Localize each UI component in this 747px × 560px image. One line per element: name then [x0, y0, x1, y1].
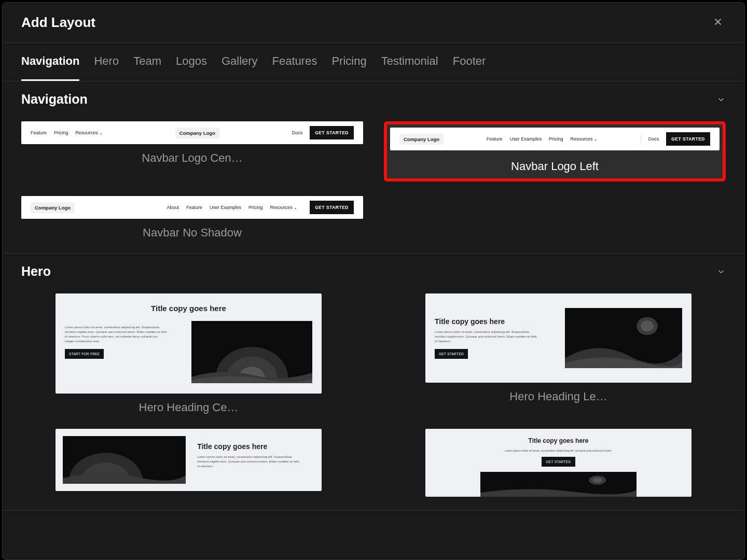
thumb-link: Pricing: [248, 205, 263, 210]
tab-testimonial[interactable]: Testimonial: [381, 43, 438, 81]
thumb-hero-title: Title copy goes here: [151, 304, 226, 313]
thumb-logo: Company Logo: [175, 128, 219, 138]
hero-grid: Title copy goes here Lorem ipsum dolor s…: [21, 293, 726, 497]
thumb-hero-lorem: Lorem ipsum dolor sit amet, consectetur …: [197, 455, 301, 469]
thumb-link: User Examples: [510, 136, 542, 142]
thumb-navbar-logo-left: Company Logo Feature User Examples Prici…: [390, 128, 720, 150]
section-hero-header[interactable]: Hero: [21, 264, 726, 279]
thumb-navbar-logo-center: Feature Pricing Resources ⌄ Company Logo…: [21, 121, 363, 144]
layout-card-navbar-no-shadow[interactable]: Company Logo About Feature User Examples…: [21, 196, 363, 240]
thumb-link: Resources ⌄: [270, 205, 298, 210]
tab-team[interactable]: Team: [133, 43, 161, 81]
tab-pricing[interactable]: Pricing: [331, 43, 366, 81]
image-placeholder-icon: [63, 436, 186, 484]
tab-footer[interactable]: Footer: [453, 43, 486, 81]
modal-header: Add Layout: [3, 3, 744, 43]
thumb-logo: Company Logo: [31, 202, 75, 213]
thumb-hero-left: Title copy goes here Lorem ipsum dolor s…: [425, 293, 691, 383]
thumb-link: Feature: [31, 130, 47, 135]
layout-card-navbar-logo-left[interactable]: Company Logo Feature User Examples Prici…: [384, 121, 726, 181]
section-hero: Hero Title copy goes here Lorem ipsum do…: [3, 254, 744, 511]
thumb-hero-cta: GET STARTED: [435, 349, 468, 359]
thumb-link: Pricing: [549, 136, 563, 142]
chevron-down-icon: [716, 267, 726, 276]
close-icon: [712, 16, 724, 27]
tab-features[interactable]: Features: [272, 43, 317, 81]
section-navigation-header[interactable]: Navigation: [21, 92, 726, 107]
chevron-down-icon: [716, 95, 726, 104]
thumb-links: About Feature User Examples Pricing Reso…: [167, 205, 298, 210]
tab-navigation[interactable]: Navigation: [21, 43, 79, 81]
layout-card-hero-3[interactable]: Title copy goes here Lorem ipsum dolor s…: [56, 429, 322, 497]
thumb-navbar-no-shadow: Company Logo About Feature User Examples…: [21, 196, 363, 219]
section-navigation: Navigation Feature Pricing Resources ⌄ C…: [3, 81, 744, 254]
thumb-link: About: [167, 205, 179, 210]
layout-card-hero-heading-center[interactable]: Title copy goes here Lorem ipsum dolor s…: [56, 293, 322, 414]
thumb-hero-lorem: Lorem ipsum dolor sit amet, consectetur …: [65, 325, 169, 344]
thumb-hero-title: Title copy goes here: [197, 442, 314, 451]
thumb-link: Pricing: [54, 130, 68, 135]
thumb-link: Resources ⌄: [76, 130, 103, 135]
layout-card-navbar-logo-center[interactable]: Feature Pricing Resources ⌄ Company Logo…: [21, 121, 363, 181]
thumb-hero-cta: GET STARTED: [542, 457, 575, 467]
layout-card-hero-4[interactable]: Title copy goes here Lorem ipsum dolor s…: [425, 429, 691, 497]
thumb-hero-lorem: Lorem ipsum dolor sit amet, consectetur …: [505, 449, 612, 453]
add-layout-modal: Add Layout Navigation Hero Team Logos Ga…: [2, 2, 745, 560]
section-hero-title: Hero: [21, 264, 51, 279]
divider: [641, 135, 641, 143]
navigation-grid: Feature Pricing Resources ⌄ Company Logo…: [21, 121, 726, 240]
layout-card-hero-heading-left[interactable]: Title copy goes here Lorem ipsum dolor s…: [425, 293, 691, 414]
layout-card-label: Hero Heading Le…: [425, 390, 691, 403]
tab-hero[interactable]: Hero: [94, 43, 119, 81]
thumb-hero-image-left: Title copy goes here Lorem ipsum dolor s…: [56, 429, 322, 491]
layouts-scroll[interactable]: Navigation Feature Pricing Resources ⌄ C…: [3, 81, 744, 559]
tab-gallery[interactable]: Gallery: [222, 43, 258, 81]
thumb-link: Feature: [186, 205, 202, 210]
chevron-down-icon: ⌄: [294, 205, 297, 210]
thumb-link-label: Resources: [270, 205, 293, 210]
thumb-hero-centered-small: Title copy goes here Lorem ipsum dolor s…: [425, 429, 691, 497]
category-tabs: Navigation Hero Team Logos Gallery Featu…: [3, 43, 744, 81]
thumb-hero-title: Title copy goes here: [529, 437, 589, 444]
thumb-cta: GET STARTED: [310, 201, 354, 214]
tab-logos[interactable]: Logos: [176, 43, 207, 81]
thumb-link: Resources ⌄: [570, 136, 598, 142]
thumb-link-label: Resources: [570, 136, 592, 142]
thumb-link: Docs: [648, 136, 659, 142]
thumb-cta: GET STARTED: [310, 126, 354, 139]
thumb-link: Docs: [292, 130, 303, 135]
image-placeholder-icon: [480, 472, 637, 497]
thumb-link-label: Resources: [76, 130, 98, 135]
thumb-hero-lorem: Lorem ipsum dolor sit amet, consectetur …: [435, 330, 538, 344]
layout-card-label: Navbar Logo Cen…: [21, 151, 363, 165]
thumb-left-links: Feature Pricing Resources ⌄: [31, 130, 103, 135]
thumb-logo: Company Logo: [399, 134, 444, 145]
thumb-hero-center: Title copy goes here Lorem ipsum dolor s…: [56, 293, 322, 394]
close-button[interactable]: [710, 14, 726, 31]
chevron-down-icon: ⌄: [99, 131, 103, 135]
thumb-link: Feature: [487, 136, 503, 142]
image-placeholder-icon: [565, 308, 683, 368]
thumb-hero-title: Title copy goes here: [435, 317, 552, 326]
thumb-link: User Examples: [210, 205, 241, 210]
thumb-links: Feature User Examples Pricing Resources …: [487, 136, 598, 142]
thumb-cta: GET STARTED: [666, 132, 710, 146]
svg-point-6: [641, 320, 654, 331]
thumb-hero-cta: START FOR FREE: [65, 349, 104, 359]
chevron-down-icon: ⌄: [594, 137, 598, 142]
svg-point-12: [593, 478, 602, 483]
image-placeholder-icon: [191, 321, 312, 383]
layout-card-label: Navbar Logo Left: [387, 160, 723, 173]
layout-card-label: Hero Heading Ce…: [56, 401, 322, 414]
layout-card-label: Navbar No Shadow: [21, 226, 363, 240]
section-navigation-title: Navigation: [21, 92, 88, 107]
modal-title: Add Layout: [21, 15, 95, 31]
